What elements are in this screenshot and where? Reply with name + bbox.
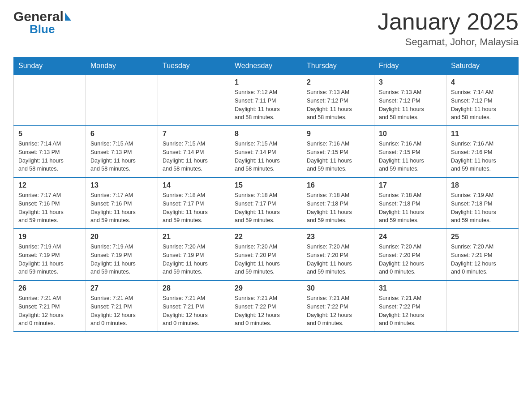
day-number: 19 xyxy=(18,233,81,241)
day-number: 17 xyxy=(379,181,442,189)
day-number: 14 xyxy=(163,181,225,189)
calendar-cell: 26Sunrise: 7:21 AM Sunset: 7:21 PM Dayli… xyxy=(14,280,86,332)
day-info: Sunrise: 7:20 AM Sunset: 7:21 PM Dayligh… xyxy=(451,243,514,276)
calendar-cell: 6Sunrise: 7:15 AM Sunset: 7:13 PM Daylig… xyxy=(86,126,158,177)
calendar-cell: 9Sunrise: 7:16 AM Sunset: 7:15 PM Daylig… xyxy=(302,126,374,177)
day-number: 27 xyxy=(90,284,153,292)
calendar-cell: 14Sunrise: 7:18 AM Sunset: 7:17 PM Dayli… xyxy=(158,177,230,229)
day-info: Sunrise: 7:14 AM Sunset: 7:12 PM Dayligh… xyxy=(451,88,514,122)
day-number: 13 xyxy=(90,181,153,189)
logo-general-text: General xyxy=(13,9,64,24)
calendar-header-saturday: Saturday xyxy=(446,57,519,75)
calendar-cell xyxy=(86,75,158,126)
day-number: 7 xyxy=(163,130,225,138)
day-info: Sunrise: 7:16 AM Sunset: 7:16 PM Dayligh… xyxy=(451,140,514,173)
calendar-cell: 18Sunrise: 7:19 AM Sunset: 7:18 PM Dayli… xyxy=(446,177,519,229)
calendar-cell: 1Sunrise: 7:12 AM Sunset: 7:11 PM Daylig… xyxy=(230,75,302,126)
calendar-cell: 12Sunrise: 7:17 AM Sunset: 7:16 PM Dayli… xyxy=(14,177,86,229)
calendar-header-sunday: Sunday xyxy=(14,57,86,75)
calendar-cell: 16Sunrise: 7:18 AM Sunset: 7:18 PM Dayli… xyxy=(302,177,374,229)
day-number: 2 xyxy=(307,78,369,86)
location-title: Segamat, Johor, Malaysia xyxy=(378,36,519,48)
day-number: 28 xyxy=(163,284,225,292)
calendar-cell: 8Sunrise: 7:15 AM Sunset: 7:14 PM Daylig… xyxy=(230,126,302,177)
calendar-cell: 4Sunrise: 7:14 AM Sunset: 7:12 PM Daylig… xyxy=(446,75,519,126)
calendar-cell: 15Sunrise: 7:18 AM Sunset: 7:17 PM Dayli… xyxy=(230,177,302,229)
day-info: Sunrise: 7:19 AM Sunset: 7:19 PM Dayligh… xyxy=(18,243,81,276)
day-number: 31 xyxy=(379,284,442,292)
day-number: 9 xyxy=(307,130,369,138)
calendar-cell: 27Sunrise: 7:21 AM Sunset: 7:21 PM Dayli… xyxy=(86,280,158,332)
calendar-cell: 2Sunrise: 7:13 AM Sunset: 7:12 PM Daylig… xyxy=(302,75,374,126)
calendar-table: SundayMondayTuesdayWednesdayThursdayFrid… xyxy=(13,57,519,332)
day-number: 24 xyxy=(379,233,442,241)
day-info: Sunrise: 7:13 AM Sunset: 7:12 PM Dayligh… xyxy=(379,88,442,122)
calendar-cell: 10Sunrise: 7:16 AM Sunset: 7:15 PM Dayli… xyxy=(374,126,446,177)
day-number: 29 xyxy=(235,284,297,292)
day-info: Sunrise: 7:18 AM Sunset: 7:18 PM Dayligh… xyxy=(379,191,442,225)
day-info: Sunrise: 7:17 AM Sunset: 7:16 PM Dayligh… xyxy=(18,191,81,225)
calendar-cell: 19Sunrise: 7:19 AM Sunset: 7:19 PM Dayli… xyxy=(14,229,86,280)
day-info: Sunrise: 7:15 AM Sunset: 7:14 PM Dayligh… xyxy=(235,140,297,173)
calendar-week-row: 5Sunrise: 7:14 AM Sunset: 7:13 PM Daylig… xyxy=(14,126,519,177)
day-number: 26 xyxy=(18,284,81,292)
day-info: Sunrise: 7:19 AM Sunset: 7:18 PM Dayligh… xyxy=(451,191,514,225)
day-number: 18 xyxy=(451,181,514,189)
day-number: 15 xyxy=(235,181,297,189)
day-info: Sunrise: 7:21 AM Sunset: 7:21 PM Dayligh… xyxy=(18,294,81,328)
day-info: Sunrise: 7:20 AM Sunset: 7:20 PM Dayligh… xyxy=(235,243,297,276)
page-header: General Blue January 2025 Segamat, Johor… xyxy=(13,9,519,48)
calendar-cell: 30Sunrise: 7:21 AM Sunset: 7:22 PM Dayli… xyxy=(302,280,374,332)
day-number: 25 xyxy=(451,233,514,241)
day-info: Sunrise: 7:20 AM Sunset: 7:20 PM Dayligh… xyxy=(307,243,369,276)
day-info: Sunrise: 7:19 AM Sunset: 7:19 PM Dayligh… xyxy=(90,243,153,276)
day-info: Sunrise: 7:18 AM Sunset: 7:17 PM Dayligh… xyxy=(235,191,297,225)
day-info: Sunrise: 7:20 AM Sunset: 7:20 PM Dayligh… xyxy=(379,243,442,276)
calendar-cell: 7Sunrise: 7:15 AM Sunset: 7:14 PM Daylig… xyxy=(158,126,230,177)
calendar-week-row: 1Sunrise: 7:12 AM Sunset: 7:11 PM Daylig… xyxy=(14,75,519,126)
calendar-cell xyxy=(158,75,230,126)
calendar-cell: 24Sunrise: 7:20 AM Sunset: 7:20 PM Dayli… xyxy=(374,229,446,280)
logo-triangle-icon xyxy=(65,13,71,21)
calendar-cell: 28Sunrise: 7:21 AM Sunset: 7:21 PM Dayli… xyxy=(158,280,230,332)
calendar-cell: 21Sunrise: 7:20 AM Sunset: 7:19 PM Dayli… xyxy=(158,229,230,280)
day-info: Sunrise: 7:12 AM Sunset: 7:11 PM Dayligh… xyxy=(235,88,297,122)
logo: General Blue xyxy=(13,9,71,36)
calendar-cell: 31Sunrise: 7:21 AM Sunset: 7:22 PM Dayli… xyxy=(374,280,446,332)
calendar-week-row: 12Sunrise: 7:17 AM Sunset: 7:16 PM Dayli… xyxy=(14,177,519,229)
day-info: Sunrise: 7:15 AM Sunset: 7:13 PM Dayligh… xyxy=(90,140,153,173)
day-number: 20 xyxy=(90,233,153,241)
day-number: 23 xyxy=(307,233,369,241)
day-number: 11 xyxy=(451,130,514,138)
calendar-header-tuesday: Tuesday xyxy=(158,57,230,75)
calendar-cell: 17Sunrise: 7:18 AM Sunset: 7:18 PM Dayli… xyxy=(374,177,446,229)
day-number: 5 xyxy=(18,130,81,138)
day-info: Sunrise: 7:21 AM Sunset: 7:22 PM Dayligh… xyxy=(235,294,297,328)
calendar-header-monday: Monday xyxy=(86,57,158,75)
day-number: 1 xyxy=(235,78,297,86)
calendar-cell: 25Sunrise: 7:20 AM Sunset: 7:21 PM Dayli… xyxy=(446,229,519,280)
day-info: Sunrise: 7:18 AM Sunset: 7:18 PM Dayligh… xyxy=(307,191,369,225)
day-number: 8 xyxy=(235,130,297,138)
day-number: 22 xyxy=(235,233,297,241)
calendar-cell: 13Sunrise: 7:17 AM Sunset: 7:16 PM Dayli… xyxy=(86,177,158,229)
calendar-cell: 11Sunrise: 7:16 AM Sunset: 7:16 PM Dayli… xyxy=(446,126,519,177)
calendar-cell: 3Sunrise: 7:13 AM Sunset: 7:12 PM Daylig… xyxy=(374,75,446,126)
calendar-cell: 5Sunrise: 7:14 AM Sunset: 7:13 PM Daylig… xyxy=(14,126,86,177)
day-number: 4 xyxy=(451,78,514,86)
logo-blue-text: Blue xyxy=(30,22,71,36)
calendar-cell xyxy=(14,75,86,126)
calendar-header-row: SundayMondayTuesdayWednesdayThursdayFrid… xyxy=(14,57,519,75)
day-number: 6 xyxy=(90,130,153,138)
day-info: Sunrise: 7:16 AM Sunset: 7:15 PM Dayligh… xyxy=(307,140,369,173)
day-info: Sunrise: 7:14 AM Sunset: 7:13 PM Dayligh… xyxy=(18,140,81,173)
calendar-header-friday: Friday xyxy=(374,57,446,75)
day-info: Sunrise: 7:18 AM Sunset: 7:17 PM Dayligh… xyxy=(163,191,225,225)
day-number: 21 xyxy=(163,233,225,241)
day-info: Sunrise: 7:20 AM Sunset: 7:19 PM Dayligh… xyxy=(163,243,225,276)
day-number: 30 xyxy=(307,284,369,292)
day-number: 3 xyxy=(379,78,442,86)
day-number: 12 xyxy=(18,181,81,189)
title-block: January 2025 Segamat, Johor, Malaysia xyxy=(378,9,519,48)
calendar-week-row: 19Sunrise: 7:19 AM Sunset: 7:19 PM Dayli… xyxy=(14,229,519,280)
